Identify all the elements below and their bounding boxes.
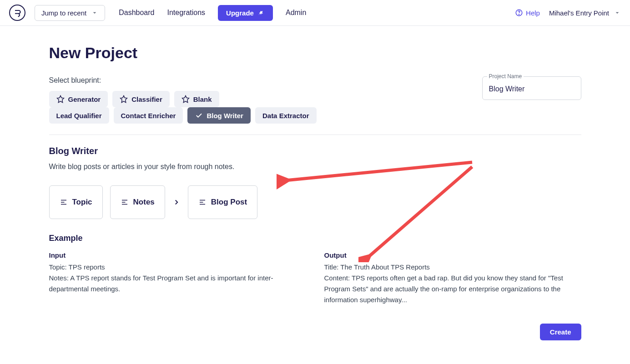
star-icon [181,95,190,103]
star-icon [120,95,128,103]
topbar-right: Help Mihael's Entry Point [515,9,621,17]
example-columns: Input Topic: TPS reports Notes: A TPS re… [49,251,581,305]
blueprint-row-2: Lead Qualifier Contact Enricher Blog Wri… [49,107,317,124]
project-name-label: Project Name [487,73,524,80]
caret-down-icon [614,9,621,16]
detail-title: Blog Writer [49,146,581,156]
input-notes-text: Notes: A TPS report stands for Test Prog… [49,273,306,294]
detail-desc: Write blog posts or articles in your sty… [49,163,581,171]
blueprint-generator[interactable]: Generator [49,91,108,107]
check-icon [195,111,203,120]
example-input-col: Input Topic: TPS reports Notes: A TPS re… [49,251,306,305]
notes-icon [198,198,207,206]
output-header: Output [324,251,581,259]
page-title: New Project [49,44,581,62]
output-title-text: Title: The Truth About TPS Reports [324,262,581,273]
jump-to-recent-dropdown[interactable]: Jump to recent [35,5,105,21]
notes-icon [60,198,68,206]
blueprint-and-name-row: Select blueprint: Generator Classifier B… [49,76,581,124]
blueprint-data-extractor[interactable]: Data Extractor [255,107,317,124]
upgrade-label: Upgrade [226,9,254,17]
nav-admin[interactable]: Admin [286,9,306,17]
svg-point-1 [519,14,519,15]
example-output-col: Output Title: The Truth About TPS Report… [324,251,581,305]
select-blueprint-label: Select blueprint: [49,76,317,85]
caret-down-icon [91,9,98,16]
blueprint-classifier[interactable]: Classifier [112,91,170,107]
blueprint-section: Select blueprint: Generator Classifier B… [49,76,317,124]
input-card-notes: Notes [110,185,165,219]
example-heading: Example [49,234,581,243]
upgrade-button[interactable]: Upgrade [218,5,273,21]
input-card-topic: Topic [49,185,103,219]
nav-dashboard[interactable]: Dashboard [119,9,154,17]
output-card-blog-post: Blog Post [188,185,257,219]
input-topic-text: Topic: TPS reports [49,262,306,273]
nav-integrations[interactable]: Integrations [167,9,206,17]
input-header: Input [49,251,306,259]
jump-label: Jump to recent [41,9,86,17]
project-name-input[interactable] [489,85,575,93]
blueprint-contact-enricher[interactable]: Contact Enricher [114,107,183,124]
blueprint-row-1: Generator Classifier Blank [49,91,317,107]
help-link[interactable]: Help [515,9,540,17]
workspace-label: Mihael's Entry Point [549,9,609,17]
divider [49,135,581,135]
help-label: Help [526,9,540,17]
top-navbar: Jump to recent Dashboard Integrations Up… [0,0,630,26]
page-content: New Project Select blueprint: Generator … [40,26,590,324]
rocket-icon [257,9,265,16]
blueprint-lead-qualifier[interactable]: Lead Qualifier [49,107,109,124]
project-name-field[interactable]: Project Name [482,76,581,100]
help-circle-icon [515,9,523,17]
notes-icon [121,198,129,206]
nav-links: Dashboard Integrations Upgrade Admin [119,5,306,21]
io-row: Topic Notes Blog Post [49,185,581,219]
output-content-text: Content: TPS reports often get a bad rap… [324,273,581,305]
logo [9,5,25,21]
blueprint-blog-writer[interactable]: Blog Writer [187,107,251,124]
blueprint-blank[interactable]: Blank [174,91,219,107]
star-icon [56,95,65,103]
chevron-right-icon [172,198,181,206]
create-button[interactable]: Create [540,324,581,340]
workspace-dropdown[interactable]: Mihael's Entry Point [549,9,621,17]
